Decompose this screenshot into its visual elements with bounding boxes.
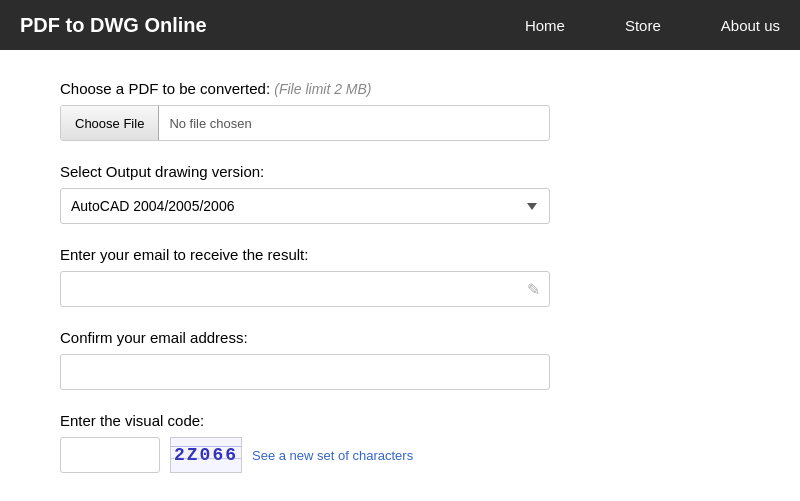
file-limit: (File limit 2 MB)	[274, 81, 371, 97]
see-new-chars-link[interactable]: See a new set of characters	[252, 448, 413, 463]
visual-code-label: Enter the visual code:	[60, 412, 740, 429]
visual-code-group: Enter the visual code: 2Z066 See a new s…	[60, 412, 740, 473]
captcha-image: 2Z066	[170, 437, 242, 473]
brand: PDF to DWG Online	[20, 14, 207, 37]
email-input-container: ✎	[60, 271, 550, 307]
visual-code-input[interactable]	[60, 437, 160, 473]
file-name-display: No file chosen	[159, 116, 549, 131]
navbar: PDF to DWG Online Home Store About us	[0, 0, 800, 50]
visual-code-container: 2Z066 See a new set of characters	[60, 437, 740, 473]
file-label: Choose a PDF to be converted: (File limi…	[60, 80, 740, 97]
email-input[interactable]	[60, 271, 550, 307]
output-version-select[interactable]: AutoCAD 2004/2005/2006 AutoCAD 2007/2008…	[60, 188, 550, 224]
nav-links: Home Store About us	[525, 17, 780, 34]
email-group: Enter your email to receive the result: …	[60, 246, 740, 307]
nav-about[interactable]: About us	[721, 17, 780, 34]
email-icon: ✎	[527, 280, 540, 299]
file-upload-group: Choose a PDF to be converted: (File limi…	[60, 80, 740, 141]
output-version-group: Select Output drawing version: AutoCAD 2…	[60, 163, 740, 224]
confirm-email-group: Confirm your email address:	[60, 329, 740, 390]
nav-store[interactable]: Store	[625, 17, 661, 34]
email-label: Enter your email to receive the result:	[60, 246, 740, 263]
output-label: Select Output drawing version:	[60, 163, 740, 180]
main-content: Choose a PDF to be converted: (File limi…	[0, 50, 800, 501]
confirm-email-input[interactable]	[60, 354, 550, 390]
choose-file-button[interactable]: Choose File	[61, 106, 159, 140]
nav-home[interactable]: Home	[525, 17, 565, 34]
file-input-container: Choose File No file chosen	[60, 105, 550, 141]
confirm-email-label: Confirm your email address:	[60, 329, 740, 346]
